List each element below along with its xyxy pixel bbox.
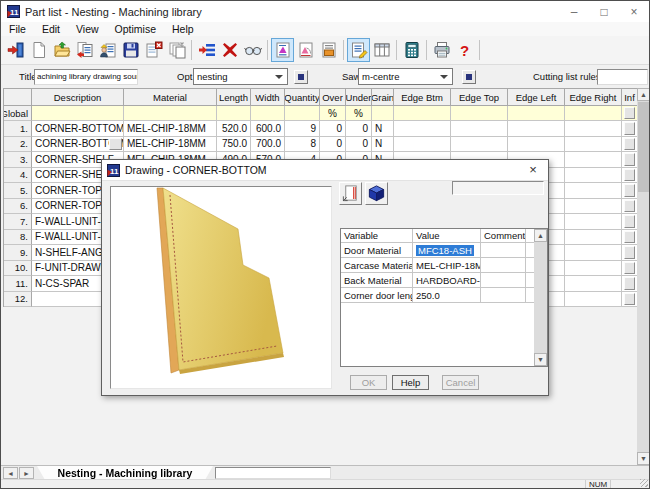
part-wizard-icon[interactable] [96,38,119,62]
table-cell[interactable] [451,106,508,121]
info-button-cell[interactable] [622,276,638,292]
description-cell[interactable]: CORNER-BOTTOM [32,137,124,153]
scroll-down-icon[interactable]: ▼ [534,353,547,366]
edge-right-cell[interactable] [565,199,622,215]
menu-view[interactable]: View [68,23,107,35]
vertical-scrollbar[interactable]: ▲ ▼ [637,88,650,465]
info-button-cell[interactable] [622,245,638,261]
width-cell[interactable]: 700.0 [251,137,285,153]
3d-view-icon[interactable] [365,182,388,205]
edge-left-cell[interactable] [508,121,565,137]
edge-top-cell[interactable] [451,121,508,137]
menu-help[interactable]: Help [164,23,202,35]
info-button[interactable] [624,277,635,290]
info-button[interactable] [624,153,635,166]
over-cell[interactable]: 0 [320,121,346,137]
info-button-cell[interactable] [622,152,638,168]
drawing-icon[interactable] [271,38,294,62]
print-icon[interactable] [430,38,453,62]
length-cell[interactable]: 750.0 [217,137,251,153]
info-button-cell[interactable] [622,261,638,277]
columns-icon[interactable] [370,38,393,62]
save-icon[interactable] [119,38,142,62]
variable-value-cell[interactable]: HARDBOARD- [413,273,481,288]
help-button[interactable]: Help [392,375,429,390]
variable-value-cell[interactable]: MEL-CHIP-18M [413,258,481,273]
minimize-icon[interactable]: – [559,1,589,22]
edit-fields-icon[interactable] [347,38,370,62]
info-button-cell[interactable] [622,230,638,246]
cancel-button[interactable]: Cancel [442,375,479,390]
description-cell[interactable]: CORNER-BOTTOM [32,121,124,137]
material-cell[interactable]: MEL-CHIP-18MM [124,137,217,153]
table-cell[interactable]: % [320,106,346,121]
edge-right-cell[interactable] [565,183,622,199]
tab-scroll-right-icon[interactable]: ► [19,467,34,479]
close-icon[interactable]: × [619,1,649,22]
info-button-cell[interactable] [622,214,638,230]
table-cell[interactable]: % [346,106,372,121]
table-cell[interactable] [508,106,565,121]
table-cell[interactable] [124,106,217,121]
2d-drawing-icon[interactable] [339,182,362,205]
drawing-cell-button[interactable] [109,138,122,151]
table-cell[interactable] [285,106,320,121]
drawing-dimensions-icon[interactable] [294,38,317,62]
info-button[interactable] [624,262,635,275]
under-cell[interactable]: 0 [346,121,372,137]
table-cell[interactable] [372,106,394,121]
copy-parts-icon[interactable] [165,38,188,62]
table-cell[interactable] [32,106,124,121]
info-button-cell[interactable] [622,199,638,215]
under-cell[interactable]: 0 [346,137,372,153]
title-field[interactable]: achining library drawing source [34,69,138,85]
info-button-cell[interactable] [622,137,638,153]
maximize-icon[interactable]: □ [589,1,619,22]
import-parts-icon[interactable] [73,38,96,62]
variable-comment-cell[interactable] [481,258,526,273]
material-cell[interactable]: MEL-CHIP-18MM [124,121,217,137]
exit-icon[interactable] [4,38,27,62]
edge-btm-cell[interactable] [394,121,451,137]
cutting-list-rules-field[interactable] [597,69,648,85]
info-button[interactable] [624,293,635,306]
delete-part-icon[interactable] [142,38,165,62]
edge-btm-cell[interactable] [394,137,451,153]
quantity-cell[interactable]: 8 [285,137,320,153]
table-cell[interactable] [217,106,251,121]
over-cell[interactable]: 0 [320,137,346,153]
edge-left-cell[interactable] [508,137,565,153]
saw-list-button[interactable] [462,70,476,84]
info-button[interactable] [624,169,635,182]
edge-right-cell[interactable] [565,152,622,168]
insert-line-icon[interactable] [195,38,218,62]
delete-line-icon[interactable] [218,38,241,62]
resize-grip[interactable] [640,479,648,487]
variables-scrollbar[interactable]: ▲ ▼ [534,229,547,366]
edge-right-cell[interactable] [565,214,622,230]
grain-cell[interactable]: N [372,121,394,137]
menu-file[interactable]: File [1,23,34,35]
open-icon[interactable] [50,38,73,62]
info-button-cell[interactable] [622,106,638,121]
info-button[interactable] [624,246,635,259]
quantity-cell[interactable]: 9 [285,121,320,137]
variable-comment-cell[interactable] [481,243,526,258]
edge-right-cell[interactable] [565,261,622,277]
tab-nesting-machining-library[interactable]: Nesting - Machining library [37,466,213,480]
table-cell[interactable] [565,106,622,121]
info-button-cell[interactable] [622,168,638,184]
saw-dropdown[interactable]: m-centre [358,68,453,85]
tab-scroll-left-icon[interactable]: ◄ [3,467,18,479]
scrollbar-thumb[interactable] [638,102,649,192]
info-button[interactable] [624,215,635,228]
width-cell[interactable]: 600.0 [251,121,285,137]
info-button-cell[interactable] [622,183,638,199]
edge-right-cell[interactable] [565,121,622,137]
opt-list-button[interactable] [294,70,308,84]
close-icon[interactable]: × [524,162,542,177]
variable-value-cell[interactable]: 250.0 [413,288,481,303]
help-icon[interactable]: ? [453,38,476,62]
table-cell[interactable] [394,106,451,121]
edge-right-cell[interactable] [565,292,622,308]
